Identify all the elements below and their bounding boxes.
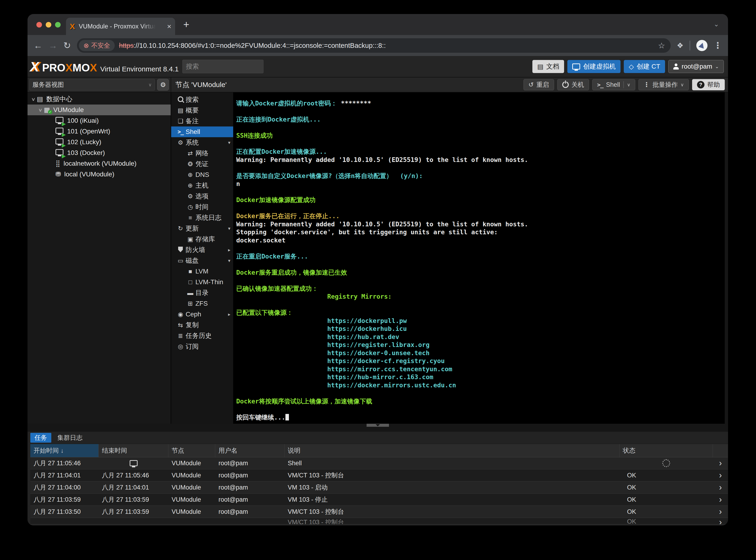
- browser-profile-avatar[interactable]: [696, 40, 708, 51]
- list-icon: ≡: [185, 215, 195, 221]
- terminal-scrollbar[interactable]: [725, 93, 728, 424]
- table-row[interactable]: 八月 27 11:04:00八月 27 11:04:01VUModuleroot…: [30, 482, 728, 494]
- close-tab-icon[interactable]: ×: [167, 23, 171, 30]
- play-icon: ▶: [62, 121, 66, 126]
- menu-item-Shell[interactable]: >_Shell: [171, 126, 233, 137]
- reboot-button[interactable]: ↺重启: [524, 79, 554, 90]
- menu-item-网络[interactable]: ⇄网络: [171, 148, 233, 159]
- bulk-actions-button[interactable]: ⋮批量操作 ∨: [638, 79, 689, 90]
- menu-item-LVM[interactable]: ■LVM: [171, 266, 233, 277]
- menu-item-label: Ceph: [186, 311, 201, 318]
- menu-item-主机[interactable]: ⊕主机: [171, 180, 233, 191]
- menu-item-ZFS[interactable]: ⊞ZFS: [171, 298, 233, 309]
- menu-item-时间[interactable]: ◷时间: [171, 202, 233, 212]
- terminal-line: 已配置以下镜像源：: [236, 309, 723, 317]
- table-row[interactable]: VM/CT 103 - 控制台OK›: [30, 518, 728, 524]
- menu-item-订阅[interactable]: ◎订阅: [171, 341, 233, 352]
- table-cell: VUModule: [168, 506, 215, 518]
- help-button[interactable]: ?帮助: [692, 79, 725, 90]
- chevron-right-icon: ›: [719, 518, 722, 524]
- browser-menu-icon[interactable]: ⋮: [714, 41, 722, 51]
- row-expander[interactable]: ›: [713, 506, 728, 518]
- tab-cluster-log[interactable]: 集群日志: [53, 433, 87, 443]
- menu-item-DNS[interactable]: ⊕DNS: [171, 169, 233, 180]
- row-expander[interactable]: ›: [713, 482, 728, 493]
- tree-item[interactable]: ∨▦✓VUModule: [27, 104, 171, 115]
- pve-search-input[interactable]: [182, 60, 264, 73]
- shutdown-button[interactable]: 关机: [557, 79, 589, 90]
- create-vm-button[interactable]: 创建虚拟机: [567, 60, 621, 73]
- user-menu-button[interactable]: root@pam ⌄: [668, 60, 724, 73]
- menu-item-防火墙[interactable]: 防火墙▸: [171, 244, 233, 255]
- security-badge[interactable]: ⊗ 不安全: [79, 40, 115, 51]
- tree-item[interactable]: ∨▤数据中心: [27, 94, 171, 104]
- tree-item[interactable]: ▶102 (Lucky): [27, 137, 171, 147]
- minimize-window-button[interactable]: [46, 22, 51, 27]
- menu-item-系统日志[interactable]: ≡系统日志: [171, 212, 233, 223]
- table-row[interactable]: 八月 27 11:04:01八月 27 11:05:46VUModuleroot…: [30, 469, 728, 482]
- chevron-right-icon: ›: [719, 483, 722, 492]
- tree-settings-button[interactable]: ⚙: [157, 79, 169, 91]
- reload-button[interactable]: ↻: [63, 41, 71, 50]
- column-header-节点[interactable]: 节点: [168, 444, 215, 457]
- terminal-text: https://dockerhub.icu: [236, 325, 407, 332]
- tree-item[interactable]: ▶101 (OpenWrt): [27, 126, 171, 137]
- create-ct-button[interactable]: ◇ 创建 CT: [624, 60, 665, 73]
- bookmark-star-icon[interactable]: ☆: [658, 41, 665, 50]
- menu-item-凭证[interactable]: ❂凭证: [171, 159, 233, 169]
- row-expander[interactable]: ›: [713, 469, 728, 481]
- column-header-用户名[interactable]: 用户名: [215, 444, 285, 457]
- tree-expand-icon[interactable]: ∨: [36, 107, 45, 113]
- tree-item[interactable]: ⛃local (VUModule): [27, 169, 171, 180]
- menu-item-Ceph[interactable]: ◉Ceph▸: [171, 309, 233, 320]
- collapse-handle[interactable]: [366, 424, 389, 427]
- menu-item-更新[interactable]: ↻更新▾: [171, 223, 233, 234]
- terminal-line: https://docker-cf.registry.cyou: [236, 357, 723, 365]
- tree-item[interactable]: ▶103 (Docker): [27, 147, 171, 158]
- close-window-button[interactable]: [36, 22, 42, 27]
- row-expander[interactable]: ›: [713, 518, 728, 524]
- menu-item-概要[interactable]: ▤概要: [171, 105, 233, 116]
- back-button[interactable]: ←: [34, 41, 42, 50]
- new-tab-button[interactable]: +: [183, 19, 189, 30]
- menu-item-系统[interactable]: ⚙系统▾: [171, 137, 233, 148]
- forward-button[interactable]: →: [48, 41, 57, 50]
- panel-splitter[interactable]: [27, 424, 728, 432]
- column-header-状态[interactable]: 状态: [620, 444, 713, 457]
- address-bar[interactable]: ⊗ 不安全 https://10.10.10.254:8006/#v1:0:=n…: [77, 38, 671, 53]
- row-expander[interactable]: ›: [713, 494, 728, 505]
- column-header-结束时间[interactable]: 结束时间: [99, 444, 168, 457]
- task-panel-tabs: 任务 集群日志: [27, 432, 728, 444]
- menu-item-选项[interactable]: ⚙选项: [171, 191, 233, 202]
- menu-item-复制[interactable]: ⇆复制: [171, 320, 233, 331]
- tab-tasks[interactable]: 任务: [30, 433, 51, 443]
- extensions-icon[interactable]: ❖: [677, 41, 684, 50]
- table-row[interactable]: 八月 27 11:03:50八月 27 11:03:59VUModuleroot…: [30, 506, 728, 518]
- tab-search-chevron-icon[interactable]: ⌄: [712, 20, 721, 29]
- table-row[interactable]: 八月 27 11:03:59八月 27 11:03:59VUModuleroot…: [30, 494, 728, 506]
- table-cell: VM/CT 103 - 控制台: [285, 518, 620, 524]
- menu-item-存储库[interactable]: ▣存储库: [171, 234, 233, 244]
- terminal-line: 请输入Docker虚拟机的root密码： ********: [236, 99, 723, 107]
- documentation-button[interactable]: ▤ 文档: [532, 60, 564, 73]
- menu-item-任务历史[interactable]: ≣任务历史: [171, 331, 233, 341]
- tree-item[interactable]: ⣿localnetwork (VUModule): [27, 158, 171, 169]
- zoom-window-button[interactable]: [55, 22, 61, 27]
- shell-console[interactable]: 请输入Docker虚拟机的root密码： ******** 正在连接到Docke…: [234, 93, 728, 424]
- menu-item-搜索[interactable]: 搜索: [171, 94, 233, 105]
- column-header-说明[interactable]: 说明: [285, 444, 620, 457]
- menu-item-目录[interactable]: ▬目录: [171, 287, 233, 298]
- row-expander[interactable]: ›: [713, 457, 728, 469]
- browser-tab[interactable]: X VUModule - Proxmox Virtual Environment…: [66, 18, 175, 35]
- menu-item-磁盘[interactable]: ▭磁盘▾: [171, 255, 233, 266]
- column-header-开始时间[interactable]: 开始时间↓: [30, 444, 99, 457]
- shell-button[interactable]: >_Shell ∨: [592, 79, 635, 90]
- shield-icon: [175, 247, 186, 253]
- view-selector[interactable]: 服务器视图 ∨: [29, 79, 155, 91]
- tree-expand-icon[interactable]: ∨: [29, 96, 38, 102]
- menu-item-备注[interactable]: ❏备注: [171, 116, 233, 126]
- table-cell: 八月 27 11:04:01: [30, 469, 99, 481]
- tree-item[interactable]: ▶100 (iKuai): [27, 115, 171, 126]
- menu-item-LVM-Thin[interactable]: □LVM-Thin: [171, 277, 233, 287]
- table-row[interactable]: 八月 27 11:05:46VUModuleroot@pamShell›: [30, 457, 728, 469]
